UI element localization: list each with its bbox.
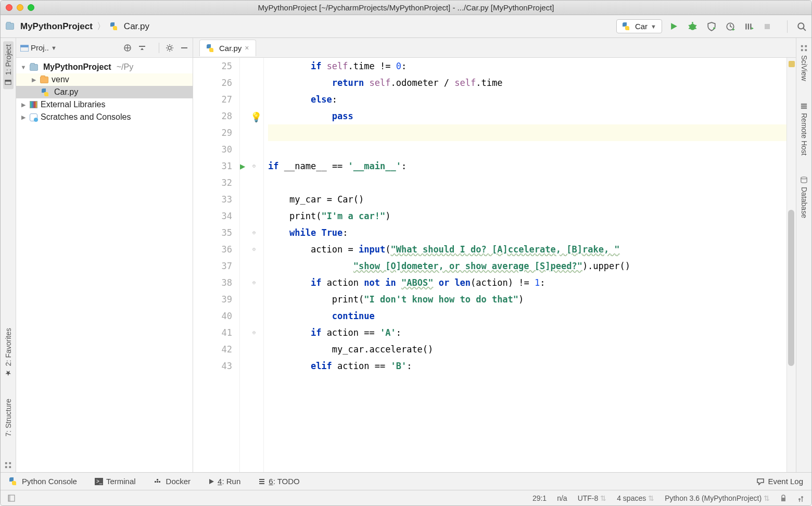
code-area[interactable]: if self.time != 0: return self.odometer … (264, 58, 786, 472)
status-interpreter[interactable]: Python 3.6 (MyPythonProject) ⇅ (665, 494, 770, 502)
svg-rect-38 (805, 45, 807, 47)
svg-rect-20 (9, 466, 11, 468)
tool-favorites-tab[interactable]: ★ 2: Favorites (3, 325, 14, 381)
minimize-icon[interactable] (17, 4, 23, 11)
run-gutter[interactable]: ▶ (240, 58, 251, 472)
svg-point-27 (168, 46, 171, 49)
svg-rect-18 (9, 462, 11, 464)
tree-root[interactable]: ▼ MyPythonProject ~/Py (16, 61, 193, 73)
python-file-icon (622, 22, 630, 30)
svg-point-44 (801, 177, 807, 179)
svg-rect-10 (748, 23, 749, 29)
python-file-icon (41, 88, 49, 96)
run-configuration-selector[interactable]: Car ▼ (616, 19, 662, 33)
editor-tab-car[interactable]: Car.py × (199, 40, 256, 56)
lock-icon[interactable] (780, 495, 786, 502)
scroll-thumb[interactable] (788, 210, 794, 366)
svg-rect-9 (745, 23, 746, 29)
search-button[interactable] (797, 22, 806, 31)
titlebar: MyPythonProject [~/PycharmProjects/MyPyt… (1, 1, 811, 15)
coverage-button[interactable] (707, 22, 716, 31)
main-area: 1: Project ★ 2: Favorites 7: Structure P… (1, 38, 811, 472)
project-tree[interactable]: ▼ MyPythonProject ~/Py ▶ venv Car.py ▶ E… (16, 58, 193, 126)
svg-line-14 (803, 28, 806, 31)
scratches-icon (30, 113, 37, 121)
close-icon[interactable] (6, 4, 12, 11)
line-number-gutter[interactable]: 25262728293031323334353637383940414243 (193, 58, 240, 472)
folder-icon (6, 23, 14, 30)
fold-gutter[interactable]: 💡⊖⊖⊖⊖⊖ (251, 58, 264, 472)
inspector-icon[interactable] (797, 495, 804, 502)
run-button[interactable] (669, 22, 678, 31)
breadcrumb-file[interactable]: Car.py (124, 21, 149, 32)
debug-button[interactable] (688, 21, 697, 31)
tool-remote-host-tab[interactable]: Remote Host (799, 99, 809, 159)
svg-rect-22 (20, 45, 29, 47)
tool-todo[interactable]: 6: TODO (258, 477, 299, 486)
svg-rect-56 (781, 498, 785, 501)
scroll-from-source-icon[interactable] (123, 43, 132, 53)
svg-rect-47 (155, 481, 156, 483)
tool-project-tab[interactable]: 1: Project (3, 41, 14, 89)
breadcrumb-project[interactable]: MyPythonProject (20, 21, 93, 32)
status-git[interactable]: n/a (557, 494, 567, 502)
window-title: MyPythonProject [~/PycharmProjects/MyPyt… (258, 3, 554, 12)
tool-run[interactable]: 4: Run (208, 477, 240, 486)
svg-line-8 (730, 27, 732, 27)
separator (159, 43, 159, 53)
navigation-toolbar: MyPythonProject 〉 Car.py Car ▼ (1, 15, 811, 38)
tree-scratches[interactable]: ▶ Scratches and Consoles (16, 111, 193, 123)
concurrency-button[interactable] (744, 22, 754, 31)
ide-window: MyPythonProject [~/PycharmProjects/MyPyt… (0, 0, 812, 506)
bottom-tool-stripe: Python Console >_Terminal Docker 4: Run … (1, 472, 811, 490)
svg-rect-50 (157, 479, 158, 480)
editor-body[interactable]: 25262728293031323334353637383940414243 ▶… (193, 58, 796, 472)
status-encoding[interactable]: UTF-8 ⇅ (578, 494, 607, 502)
gear-icon[interactable] (166, 43, 174, 53)
svg-line-35 (172, 49, 173, 50)
svg-point-57 (798, 498, 801, 500)
status-caret-position[interactable]: 29:1 (532, 494, 547, 502)
editor-scrollbar[interactable] (786, 58, 796, 472)
tree-item-car-py[interactable]: Car.py (16, 86, 193, 98)
svg-rect-37 (801, 45, 803, 47)
svg-line-2 (689, 25, 690, 26)
svg-line-3 (695, 25, 696, 26)
python-file-icon (110, 22, 118, 30)
svg-rect-12 (765, 24, 770, 29)
svg-line-4 (689, 28, 690, 29)
collapse-all-icon[interactable] (138, 43, 146, 53)
svg-line-33 (172, 45, 173, 46)
hide-icon[interactable] (180, 43, 188, 53)
svg-rect-42 (801, 105, 807, 107)
tool-database-tab[interactable]: Database (799, 173, 809, 221)
tool-event-log[interactable]: Event Log (756, 477, 803, 486)
tool-terminal[interactable]: >_Terminal (95, 477, 136, 486)
folder-icon (40, 77, 48, 83)
status-indent[interactable]: 4 spaces ⇅ (617, 494, 654, 502)
editor-area: Car.py × 2526272829303132333435363738394… (193, 38, 796, 472)
svg-rect-39 (801, 49, 803, 51)
tool-python-console[interactable]: Python Console (9, 477, 77, 486)
tree-external-libraries[interactable]: ▶ External Libraries (16, 98, 193, 111)
tree-item-venv[interactable]: ▶ venv (16, 73, 193, 86)
tool-window-layout-icon[interactable] (4, 461, 12, 469)
tool-windows-icon[interactable] (8, 495, 15, 502)
svg-text:>_: >_ (96, 478, 103, 484)
tool-structure-tab[interactable]: 7: Structure (3, 396, 14, 439)
svg-rect-49 (159, 481, 160, 483)
left-tool-stripe: 1: Project ★ 2: Favorites 7: Structure (1, 38, 16, 472)
run-actions (669, 20, 806, 33)
project-panel-title[interactable]: Proj..▼ (20, 43, 118, 52)
warning-marker[interactable] (789, 61, 795, 67)
library-icon (30, 101, 37, 108)
maximize-icon[interactable] (28, 4, 34, 11)
breadcrumb: MyPythonProject 〉 Car.py (6, 20, 149, 32)
tool-sciview-tab[interactable]: SciView (799, 41, 809, 84)
tool-docker[interactable]: Docker (154, 477, 191, 486)
close-icon[interactable]: × (245, 44, 249, 52)
profile-button[interactable] (726, 22, 735, 31)
python-icon (9, 477, 17, 485)
svg-rect-17 (5, 462, 7, 464)
svg-rect-11 (750, 23, 751, 29)
